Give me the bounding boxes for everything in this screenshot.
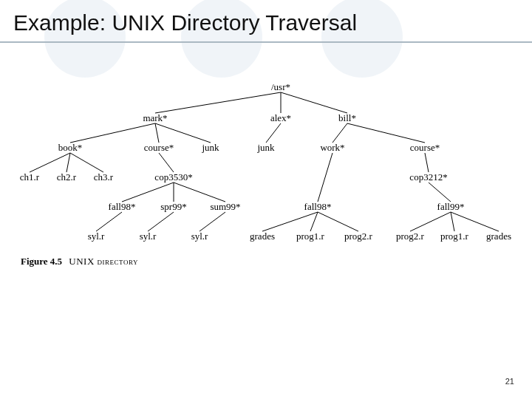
tree-node-prog2A: prog2.r bbox=[344, 231, 372, 242]
tree-node-cop3212: cop3212* bbox=[409, 171, 447, 183]
svg-line-19 bbox=[96, 212, 122, 231]
tree-node-syl2: syl.r bbox=[140, 231, 157, 242]
svg-line-25 bbox=[410, 212, 451, 231]
svg-line-6 bbox=[266, 123, 281, 143]
tree-node-work: work* bbox=[320, 142, 344, 154]
tree-node-sum99: sum99* bbox=[210, 201, 240, 213]
svg-line-7 bbox=[332, 123, 347, 143]
tree-node-fall98a: fall98* bbox=[109, 201, 136, 213]
svg-line-12 bbox=[159, 153, 174, 172]
tree-node-cop3530: cop3530* bbox=[154, 171, 192, 183]
svg-line-16 bbox=[174, 183, 225, 202]
tree-node-prog1B: prog1.r bbox=[440, 231, 468, 242]
slide-title: Example: UNIX Directory Traversal bbox=[13, 10, 357, 35]
tree-node-syl1: syl.r bbox=[88, 231, 105, 242]
tree-node-book: book* bbox=[58, 142, 83, 154]
tree-node-fall99: fall99* bbox=[437, 201, 465, 213]
svg-line-13 bbox=[425, 153, 429, 172]
svg-line-8 bbox=[347, 123, 425, 143]
tree-node-spr99: spr99* bbox=[160, 201, 186, 213]
title-underline bbox=[0, 41, 532, 43]
svg-line-22 bbox=[262, 212, 318, 231]
svg-line-21 bbox=[200, 212, 225, 231]
svg-line-3 bbox=[70, 123, 155, 143]
svg-line-26 bbox=[451, 212, 454, 231]
svg-line-9 bbox=[30, 153, 70, 172]
tree-node-course2: course* bbox=[410, 142, 440, 154]
svg-line-23 bbox=[310, 212, 318, 231]
tree-node-ch1: ch1.r bbox=[20, 171, 39, 183]
tree-node-ch3: ch3.r bbox=[94, 171, 113, 183]
page-number: 21 bbox=[505, 377, 514, 386]
figure-number: Figure 4.5 bbox=[21, 256, 62, 267]
svg-line-11 bbox=[70, 153, 103, 172]
tree-node-syl3: syl.r bbox=[191, 231, 208, 242]
svg-line-20 bbox=[148, 212, 174, 231]
svg-line-17 bbox=[318, 153, 332, 202]
svg-line-14 bbox=[122, 183, 174, 202]
tree-node-prog2B: prog2.r bbox=[396, 231, 424, 242]
tree-node-bill: bill* bbox=[338, 112, 356, 124]
figure-text: UNIX directory bbox=[69, 256, 138, 267]
svg-line-24 bbox=[318, 212, 358, 231]
svg-line-27 bbox=[451, 212, 499, 231]
svg-line-2 bbox=[281, 92, 347, 113]
svg-line-5 bbox=[155, 123, 211, 143]
tree-node-fall98b: fall98* bbox=[304, 201, 332, 213]
svg-line-0 bbox=[155, 92, 281, 113]
tree-node-junk1: junk bbox=[202, 142, 219, 154]
tree-node-mark: mark* bbox=[143, 112, 167, 124]
tree-node-gradesA: grades bbox=[250, 231, 275, 242]
tree-node-prog1A: prog1.r bbox=[296, 231, 324, 242]
tree-node-gradesB: grades bbox=[486, 231, 511, 242]
tree-node-alex: alex* bbox=[270, 112, 291, 124]
tree-node-course1: course* bbox=[144, 142, 174, 154]
tree-node-junk2: junk bbox=[257, 142, 274, 154]
tree-node-root: /usr* bbox=[271, 81, 290, 93]
svg-line-4 bbox=[155, 123, 159, 143]
svg-line-18 bbox=[429, 183, 451, 202]
tree-node-ch2: ch2.r bbox=[57, 171, 76, 183]
svg-line-10 bbox=[66, 153, 70, 172]
figure-caption: Figure 4.5 UNIX directory bbox=[21, 256, 138, 267]
